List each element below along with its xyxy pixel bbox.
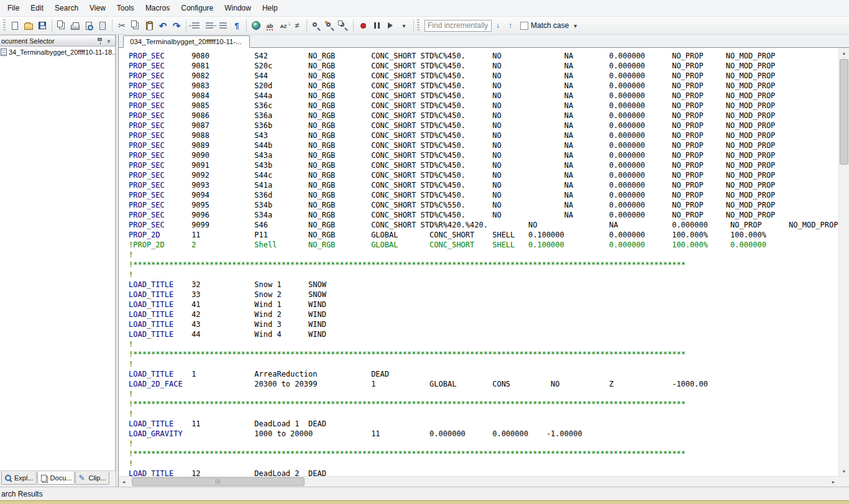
clip-pen-icon bbox=[78, 474, 86, 482]
new-document-icon[interactable] bbox=[8, 19, 22, 32]
explorer-icon bbox=[4, 474, 12, 482]
document-selector-title: ocument Selector bbox=[1, 37, 96, 45]
menu-search[interactable]: Search bbox=[49, 1, 84, 16]
arrow-up-icon: ↑ bbox=[508, 21, 512, 30]
incremental-find-input[interactable] bbox=[424, 20, 492, 32]
unindent-icon[interactable] bbox=[189, 19, 203, 32]
scrollbar-corner bbox=[838, 477, 849, 487]
undo-icon[interactable] bbox=[156, 19, 170, 32]
toolbar-separator bbox=[186, 19, 186, 32]
indent-icon[interactable] bbox=[203, 19, 216, 32]
editor-area[interactable]: PROP_SEC9080S42NO_RGBCONC_SHORTSTD%C%450… bbox=[119, 48, 838, 476]
vertical-scrollbar[interactable]: ▲ ▼ bbox=[838, 48, 849, 476]
compare-icon[interactable] bbox=[290, 19, 304, 32]
search-results-label: arch Results bbox=[1, 490, 43, 498]
menu-configure[interactable]: Configure bbox=[175, 1, 219, 16]
tab-clip-library-label: Clip... bbox=[88, 474, 106, 482]
macro-menu-icon[interactable] bbox=[397, 19, 411, 32]
view-in-browser-icon[interactable] bbox=[249, 19, 263, 32]
print-preview-icon[interactable] bbox=[82, 19, 96, 32]
pin-icon[interactable] bbox=[96, 37, 104, 45]
print-icon[interactable] bbox=[68, 19, 82, 32]
arrow-down-icon: ↓ bbox=[496, 21, 500, 30]
show-formatting-icon[interactable] bbox=[230, 19, 244, 32]
menu-file[interactable]: File bbox=[2, 1, 25, 16]
main-region: ocument Selector × 34_Terminalbygget_20f… bbox=[0, 35, 849, 487]
scroll-down-arrow[interactable]: ▼ bbox=[839, 466, 849, 476]
tab-clip-library[interactable]: Clip... bbox=[75, 472, 109, 485]
horizontal-scrollbar-row: ◄ ► bbox=[119, 476, 849, 487]
search-results-bar: arch Results bbox=[0, 487, 849, 500]
toolbar-separator bbox=[112, 19, 112, 32]
play-macro-icon[interactable] bbox=[383, 19, 397, 32]
find-in-files-icon[interactable] bbox=[337, 19, 351, 32]
copy-icon[interactable] bbox=[129, 19, 142, 32]
save-file-icon[interactable] bbox=[35, 19, 49, 32]
editor-column: 034_Terminalbygget_20fffff10-11-... PROP… bbox=[119, 35, 849, 487]
toolbar-separator bbox=[413, 19, 414, 32]
sort-icon[interactable] bbox=[277, 19, 290, 32]
block-select-icon[interactable] bbox=[216, 19, 230, 32]
tab-document-selector-label: Docu... bbox=[50, 474, 72, 482]
menu-view[interactable]: View bbox=[84, 1, 111, 16]
scroll-left-arrow[interactable]: ◄ bbox=[119, 477, 129, 487]
document-selector-header: ocument Selector × bbox=[0, 35, 116, 47]
document-tab[interactable]: 034_Terminalbygget_20fffff10-11-... bbox=[123, 35, 250, 48]
document-list-item[interactable]: 34_Terminalbygget_20ffff10-11-18... bbox=[0, 48, 115, 57]
menu-help[interactable]: Help bbox=[257, 1, 283, 16]
cut-icon[interactable] bbox=[115, 19, 129, 32]
document-tab-bar: 034_Terminalbygget_20fffff10-11-... bbox=[119, 35, 849, 48]
main-toolbar: ↓ ↑ Match case ▾ bbox=[0, 17, 849, 35]
textpad-window: FileEditSearchViewToolsMacrosConfigureWi… bbox=[0, 0, 849, 504]
code-area: PROP_SEC9080S42NO_RGBCONC_SHORTSTD%C%450… bbox=[119, 48, 129, 476]
horizontal-scroll-thumb[interactable] bbox=[132, 477, 305, 486]
replace-icon[interactable] bbox=[323, 19, 337, 32]
toolbar-grip[interactable] bbox=[3, 19, 6, 32]
editor-wrap: PROP_SEC9080S42NO_RGBCONC_SHORTSTD%C%450… bbox=[119, 48, 849, 476]
scroll-thumb-grip bbox=[216, 479, 221, 484]
vertical-scroll-thumb[interactable] bbox=[840, 59, 848, 165]
toolbar-separator bbox=[246, 19, 247, 32]
document-selector-panel: ocument Selector × 34_Terminalbygget_20f… bbox=[0, 35, 116, 487]
open-file-icon[interactable] bbox=[22, 19, 35, 32]
match-case-control[interactable]: Match case bbox=[520, 21, 569, 30]
toolbar-separator bbox=[52, 19, 52, 32]
menu-edit[interactable]: Edit bbox=[25, 1, 49, 16]
menu-bar: FileEditSearchViewToolsMacrosConfigureWi… bbox=[0, 0, 849, 17]
spell-check-icon[interactable] bbox=[263, 19, 277, 32]
menu-window[interactable]: Window bbox=[219, 1, 257, 16]
redo-icon[interactable] bbox=[170, 19, 183, 32]
find-icon[interactable] bbox=[310, 19, 323, 32]
document-name: 34_Terminalbygget_20ffff10-11-18... bbox=[9, 48, 116, 56]
dock-tab-bar: Expl... Docu... Clip... bbox=[0, 471, 116, 487]
menu-tools[interactable]: Tools bbox=[111, 1, 140, 16]
match-case-checkbox[interactable] bbox=[520, 22, 528, 30]
main-toolbar-icons bbox=[8, 19, 411, 32]
record-macro-icon[interactable] bbox=[356, 19, 370, 32]
pause-macro-icon[interactable] bbox=[370, 19, 383, 32]
bottom-strip bbox=[0, 500, 849, 504]
find-next-up-button[interactable]: ↑ bbox=[504, 19, 516, 32]
documents-icon bbox=[40, 474, 48, 482]
horizontal-scroll-track[interactable] bbox=[129, 477, 828, 487]
find-toolbar-grip[interactable] bbox=[417, 19, 420, 32]
toolbar-overflow-chevron[interactable]: ▾ bbox=[574, 22, 577, 29]
paste-icon[interactable] bbox=[142, 19, 156, 32]
scroll-up-arrow[interactable]: ▲ bbox=[839, 48, 849, 58]
horizontal-scrollbar[interactable]: ◄ ► bbox=[119, 477, 838, 487]
document-properties-icon[interactable] bbox=[96, 19, 109, 32]
compare-files-icon[interactable] bbox=[55, 19, 68, 32]
match-case-label: Match case bbox=[531, 21, 569, 30]
menu-macros[interactable]: Macros bbox=[140, 1, 175, 16]
tab-explorer[interactable]: Expl... bbox=[1, 472, 37, 485]
vertical-scroll-track[interactable] bbox=[839, 58, 849, 466]
scroll-right-arrow[interactable]: ► bbox=[828, 477, 838, 487]
tab-document-selector[interactable]: Docu... bbox=[37, 472, 75, 485]
close-icon[interactable]: × bbox=[104, 37, 113, 45]
tab-explorer-label: Expl... bbox=[14, 474, 34, 482]
toolbar-separator bbox=[353, 19, 354, 32]
document-list: 34_Terminalbygget_20ffff10-11-18... bbox=[0, 47, 116, 471]
toolbar-separator bbox=[306, 19, 307, 32]
find-next-down-button[interactable]: ↓ bbox=[492, 19, 504, 32]
document-tab-label: 034_Terminalbygget_20fffff10-11-... bbox=[130, 38, 242, 45]
